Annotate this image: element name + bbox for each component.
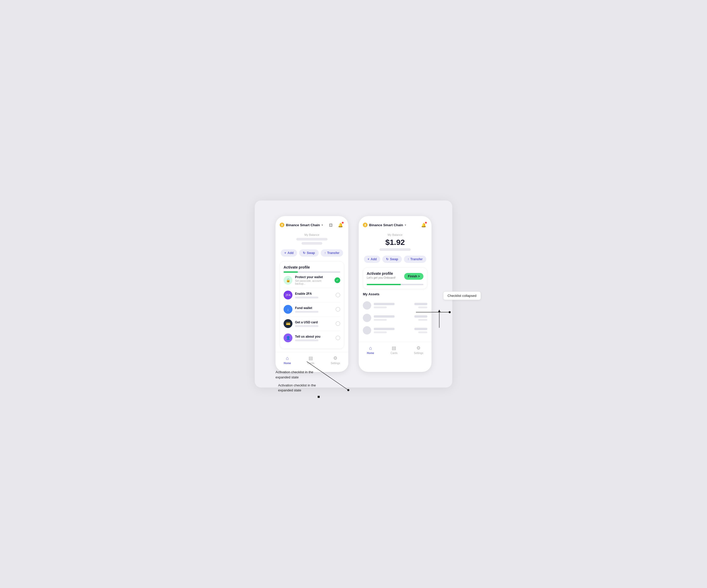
checklist-item-1[interactable]: 🔒 Protect your wallet Set passcode, acco… bbox=[283, 273, 340, 288]
svg-point-1 bbox=[347, 389, 349, 391]
check-radio-4[interactable] bbox=[336, 321, 340, 326]
fund-text: Fund wallet bbox=[295, 306, 333, 313]
home-icon: ⌂ bbox=[286, 356, 289, 361]
right-phone: ₿ Binance Smart Chain ▾ 🔔 bbox=[359, 216, 432, 372]
right-finish-btn[interactable]: Finish > bbox=[404, 273, 424, 280]
transfer-icon: ↑ bbox=[325, 251, 326, 255]
left-header-icons: ⊡ 🔔 bbox=[327, 221, 344, 228]
asset-name-sk-2 bbox=[374, 315, 395, 318]
left-nav-home[interactable]: ⌂ Home bbox=[284, 356, 291, 365]
fund-title: Fund wallet bbox=[295, 306, 333, 310]
asset-item-3 bbox=[363, 324, 427, 337]
asset-sub-sk-1 bbox=[374, 306, 387, 308]
checklist-item-2[interactable]: 2FA Enable 2FA bbox=[283, 288, 340, 302]
right-nav-settings[interactable]: ⚙ Settings bbox=[414, 345, 423, 355]
right-progress-bg bbox=[367, 284, 424, 285]
left-annotation: Activation checklist in the expanded sta… bbox=[278, 383, 325, 393]
add-icon: + bbox=[284, 251, 286, 255]
right-header-icons: 🔔 bbox=[420, 221, 427, 228]
left-cards-label: Cards bbox=[307, 362, 314, 365]
checklist-item-3[interactable]: ↓ Fund wallet bbox=[283, 302, 340, 317]
left-activate-card: Activate profile 🔒 Protect your wallet S… bbox=[280, 261, 344, 349]
2fa-icon: 2FA bbox=[283, 291, 293, 299]
asset-icon-1 bbox=[363, 301, 371, 309]
asset-val-sk-1 bbox=[414, 303, 427, 305]
notif-dot bbox=[342, 222, 344, 224]
asset-info-2 bbox=[374, 315, 412, 321]
asset-icon-2 bbox=[363, 314, 371, 322]
right-chain-label[interactable]: ₿ Binance Smart Chain ▾ bbox=[363, 223, 406, 227]
asset-val-sk-3 bbox=[414, 328, 427, 330]
right-activate-card[interactable]: Activate profile Let's get you Onboard! … bbox=[363, 267, 427, 289]
left-annotation-text: Activation checklist in the expanded sta… bbox=[278, 383, 316, 392]
left-scan-icon[interactable]: ⊡ bbox=[327, 221, 334, 228]
binance-icon: ₿ bbox=[280, 223, 284, 227]
right-add-btn[interactable]: + Add bbox=[364, 256, 380, 263]
left-nav-cards[interactable]: ▤ Cards bbox=[307, 355, 314, 365]
checklist-item-5[interactable]: 👤 Tell us about you bbox=[283, 331, 340, 345]
left-transfer-btn[interactable]: ↑ Transfer bbox=[321, 249, 343, 257]
left-chain-label[interactable]: ₿ Binance Smart Chain ▾ bbox=[280, 223, 323, 227]
usd-sub-sk bbox=[295, 325, 318, 327]
asset-info-1 bbox=[374, 303, 412, 308]
left-phone: ₿ Binance Smart Chain ▾ ⊡ 🔔 bbox=[275, 216, 348, 372]
right-nav-cards[interactable]: ▤ Cards bbox=[391, 345, 397, 355]
svg-marker-5 bbox=[438, 309, 441, 312]
right-annotation-box: Checklist collapsed bbox=[443, 291, 481, 300]
left-phone-header: ₿ Binance Smart Chain ▾ ⊡ 🔔 bbox=[280, 221, 344, 228]
2fa-sub-sk bbox=[295, 297, 318, 298]
right-activate-subtitle: Let's get you Onboard! bbox=[367, 276, 396, 279]
asset-val-sub-sk-2 bbox=[418, 319, 427, 321]
right-annotation-text: Checklist collapsed bbox=[447, 294, 476, 298]
right-swap-btn[interactable]: ↻ Swap bbox=[382, 256, 402, 263]
2fa-title: Enable 2FA bbox=[295, 292, 333, 296]
right-balance-skeleton-1 bbox=[379, 248, 411, 251]
left-action-buttons: + Add ↻ Swap ↑ Transfer bbox=[280, 249, 344, 257]
right-activate-left: Activate profile Let's get you Onboard! bbox=[367, 271, 396, 281]
right-transfer-btn[interactable]: ↑ Transfer bbox=[404, 256, 426, 263]
left-activate-title: Activate profile bbox=[283, 265, 340, 269]
left-chain-name: Binance Smart Chain bbox=[286, 223, 320, 227]
left-bottom-nav: ⌂ Home ▤ Cards ⚙ Settings bbox=[275, 352, 348, 369]
left-home-label: Home bbox=[284, 362, 291, 365]
right-balance-label: My Balance bbox=[363, 233, 427, 236]
about-icon: 👤 bbox=[283, 333, 293, 342]
right-my-assets: My Assets bbox=[363, 292, 427, 339]
right-home-icon: ⌂ bbox=[369, 345, 372, 351]
left-annotation-dot bbox=[317, 396, 320, 398]
right-phone-header: ₿ Binance Smart Chain ▾ 🔔 bbox=[363, 221, 427, 228]
left-balance-section: My Balance bbox=[280, 233, 344, 245]
left-swap-btn[interactable]: ↻ Swap bbox=[299, 249, 318, 257]
check-radio-5[interactable] bbox=[336, 336, 340, 340]
asset-item-2 bbox=[363, 312, 427, 324]
asset-val-sub-sk-1 bbox=[418, 306, 427, 308]
left-nav-settings[interactable]: ⚙ Settings bbox=[331, 355, 340, 365]
check-radio-2[interactable] bbox=[336, 293, 340, 297]
phones-row: ₿ Binance Smart Chain ▾ ⊡ 🔔 bbox=[275, 216, 432, 372]
right-settings-icon: ⚙ bbox=[416, 345, 420, 351]
checklist-item-4[interactable]: 💳 Get a USD card bbox=[283, 317, 340, 331]
fund-icon: ↓ bbox=[283, 305, 293, 314]
about-sub-sk bbox=[295, 339, 318, 341]
left-balance-skeleton-1 bbox=[296, 238, 328, 241]
about-title: Tell us about you bbox=[295, 335, 333, 338]
main-container: ₿ Binance Smart Chain ▾ ⊡ 🔔 bbox=[255, 200, 452, 388]
right-swap-label: Swap bbox=[390, 257, 398, 261]
right-assets-title: My Assets bbox=[363, 292, 427, 296]
right-nav-home[interactable]: ⌂ Home bbox=[367, 345, 374, 355]
usd-icon: 💳 bbox=[283, 319, 293, 328]
right-settings-label: Settings bbox=[414, 352, 423, 355]
asset-sub-sk-2 bbox=[374, 319, 387, 321]
protect-icon: 🔒 bbox=[283, 276, 293, 285]
right-binance-icon: ₿ bbox=[363, 223, 368, 227]
left-notif-icon[interactable]: 🔔 bbox=[337, 221, 344, 228]
right-transfer-label: Transfer bbox=[410, 257, 423, 261]
right-notif-icon[interactable]: 🔔 bbox=[420, 221, 427, 228]
check-radio-3[interactable] bbox=[336, 307, 340, 312]
usd-title: Get a USD card bbox=[295, 321, 333, 324]
left-add-btn[interactable]: + Add bbox=[281, 249, 297, 257]
protect-text: Protect your wallet Set passcode, accoun… bbox=[295, 275, 332, 285]
asset-val-1 bbox=[414, 303, 427, 308]
right-activate-header: Activate profile Let's get you Onboard! … bbox=[367, 271, 424, 281]
right-cards-label: Cards bbox=[391, 352, 397, 355]
